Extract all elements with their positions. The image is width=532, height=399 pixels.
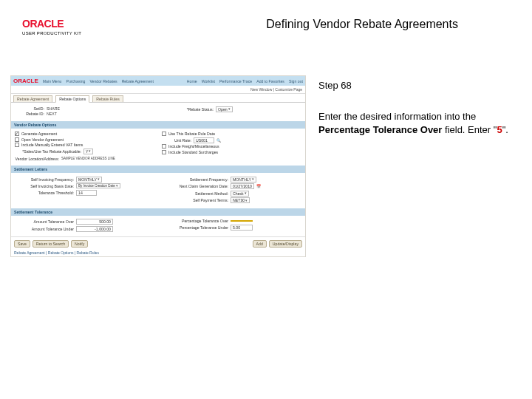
app-window: ORACLE Main Menu Purchasing Vendor Rebat… xyxy=(10,75,306,257)
pto-label: Percentage Tolerance Over xyxy=(162,219,228,223)
tab-rebate-agreement[interactable]: Rebate Agreement xyxy=(13,95,52,102)
return-button[interactable]: Return to Search xyxy=(33,240,69,248)
main-row: ORACLE Main Menu Purchasing Vendor Rebat… xyxy=(0,75,532,257)
logo-block: ORACLE USER PRODUCTIVITY KIT xyxy=(22,18,81,35)
setid-value: SHARE xyxy=(47,106,60,111)
chk-open-vendor-label: Open Vendor Agreement xyxy=(21,137,64,142)
chk-generate-label: Generate Agreement xyxy=(21,132,57,136)
tol-input[interactable]: 14 xyxy=(76,190,97,196)
oracle-logo: ORACLE xyxy=(22,18,81,30)
nav-main[interactable]: Main Menu xyxy=(43,79,62,83)
instr-value: 5 xyxy=(497,124,502,135)
status-label: *Rebate Status: xyxy=(162,107,214,112)
nextclaim-label: Next Claim Generation Date: xyxy=(162,184,228,188)
basis-label: Self Invoicing Basis Date: xyxy=(15,184,74,188)
venloc-value: SAMPLE VENDOR ADDRESS LINE xyxy=(61,157,115,160)
atu-input[interactable]: -1,000.00 xyxy=(76,226,113,232)
chk-freight-label: Include Freight/Miscellaneous xyxy=(168,144,219,149)
setfreq-label: Settlement Frequency: xyxy=(162,177,228,182)
calendar-icon[interactable] xyxy=(256,184,261,188)
doc-header: ORACLE USER PRODUCTIVITY KIT Defining Ve… xyxy=(0,0,532,41)
basis-dropdown[interactable]: By Invoice Creation Date xyxy=(76,183,120,188)
options-section: Generate Agreement Open Vendor Agreement… xyxy=(11,129,305,165)
app-oracle-logo: ORACLE xyxy=(13,78,38,84)
instr-mid: field. Enter " xyxy=(442,124,497,135)
step-label: Step 68 xyxy=(318,80,510,91)
radio-rebate-date[interactable] xyxy=(162,132,166,136)
status-dropdown[interactable]: Open xyxy=(216,106,233,112)
band-settol: Settlement Tolerance xyxy=(11,208,305,216)
settol-section: Amount Tolerance Over500.00 Amount Toler… xyxy=(11,216,305,236)
payterms-dropdown[interactable]: NET30 xyxy=(231,197,250,203)
link-signout[interactable]: Sign out xyxy=(289,79,303,83)
link-worklist[interactable]: Worklist xyxy=(202,79,215,83)
update-button[interactable]: Update/Display xyxy=(269,240,302,248)
notify-button[interactable]: Notify xyxy=(71,240,88,248)
tol-label: Tolerance Threshold: xyxy=(15,191,74,195)
save-button[interactable]: Save xyxy=(14,240,30,248)
link-favorites[interactable]: Add to Favorites xyxy=(256,79,284,83)
rebateid-label: Rebate ID: xyxy=(15,112,44,116)
method-label: Settlement Method: xyxy=(162,191,228,196)
chk-generate[interactable] xyxy=(15,132,19,136)
letters-section: Self Invoicing Frequency:MONTHLY Self In… xyxy=(11,173,305,207)
instr-post: ". xyxy=(502,124,508,135)
chk-surcharge-label: Include Standard Surcharges xyxy=(168,150,218,154)
chk-include-vat-label: Include Manually Entered VAT Items xyxy=(21,143,83,147)
rebateid-value: NEXT xyxy=(47,112,57,116)
instr-pre: Enter the desired information into the xyxy=(318,111,476,122)
instruction-sidebar: Step 68 Enter the desired information in… xyxy=(307,75,532,257)
chk-open-vendor[interactable] xyxy=(15,137,19,142)
salestax-dropdown[interactable]: Y xyxy=(83,149,93,154)
upk-subtitle: USER PRODUCTIVITY KIT xyxy=(22,31,81,35)
freq-dropdown[interactable]: MONTHLY xyxy=(76,177,102,183)
tab-rebate-options[interactable]: Rebate Options xyxy=(55,95,89,103)
venloc-label: Vendor Location/Address: xyxy=(15,157,59,161)
nextclaim-input[interactable]: 01/27/2010 xyxy=(231,183,254,189)
ato-label: Amount Tolerance Over xyxy=(15,219,74,224)
ato-input[interactable]: 500.00 xyxy=(76,219,113,225)
instruction-text: Enter the desired information into the P… xyxy=(318,110,510,136)
screenshot-wrap: ORACLE Main Menu Purchasing Vendor Rebat… xyxy=(0,75,307,257)
nav-purchasing[interactable]: Purchasing xyxy=(66,79,85,83)
freq-label: Self Invoicing Frequency: xyxy=(15,177,74,182)
tabs: Rebate Agreement Rebate Options Rebate R… xyxy=(11,94,305,103)
add-button[interactable]: Add xyxy=(253,240,267,248)
app-header: ORACLE Main Menu Purchasing Vendor Rebat… xyxy=(11,76,305,86)
salestax-label: *Sales/Use Tax Rebate Applicable: xyxy=(15,149,81,154)
footer-links[interactable]: Rebate Agreement | Rebate Options | Reba… xyxy=(11,249,305,256)
setid-label: SetID: xyxy=(15,106,44,111)
band-letters: Settlement Letters xyxy=(11,166,305,173)
button-bar: Save Return to Search Notify Add Update/… xyxy=(11,239,305,249)
top-section: SetID:SHARE Rebate ID:NEXT *Rebate Statu… xyxy=(11,103,305,120)
pto-input[interactable] xyxy=(231,220,253,222)
link-perf-trace[interactable]: Performance Trace xyxy=(219,79,252,83)
link-home[interactable]: Home xyxy=(187,79,197,83)
ptu-label: Percentage Tolerance Under xyxy=(162,225,228,230)
ptu-input[interactable]: 5.00 xyxy=(231,225,253,231)
radio-rebate-date-label: Use This Rebate Rule Date xyxy=(168,132,215,136)
unitrate-label: Unit Rate: xyxy=(162,138,191,143)
tab-rebate-rules[interactable]: Rebate Rules xyxy=(92,95,123,102)
band-options: Vendor Rebate Options xyxy=(11,121,305,129)
chk-surcharge[interactable] xyxy=(162,150,166,154)
payterms-label: Self Payment Terms: xyxy=(162,198,228,202)
page-title: Defining Vendor Rebate Agreements xyxy=(96,13,510,31)
chk-freight[interactable] xyxy=(162,144,166,149)
method-dropdown[interactable]: Check xyxy=(231,191,249,197)
nav-vendor-rebates[interactable]: Vendor Rebates xyxy=(89,79,117,83)
nav-rebate-agreement[interactable]: Rebate Agreement xyxy=(122,79,154,83)
lookup-icon[interactable] xyxy=(216,138,221,143)
app-subheader[interactable]: New Window | Customize Page xyxy=(11,86,305,94)
setfreq-dropdown[interactable]: MONTHLY xyxy=(231,177,256,183)
unitrate-input[interactable]: US001 xyxy=(194,137,214,143)
chk-include-vat[interactable] xyxy=(15,143,19,147)
atu-label: Amount Tolerance Under xyxy=(15,227,74,231)
instr-field: Percentage Tolerance Over xyxy=(318,124,442,135)
